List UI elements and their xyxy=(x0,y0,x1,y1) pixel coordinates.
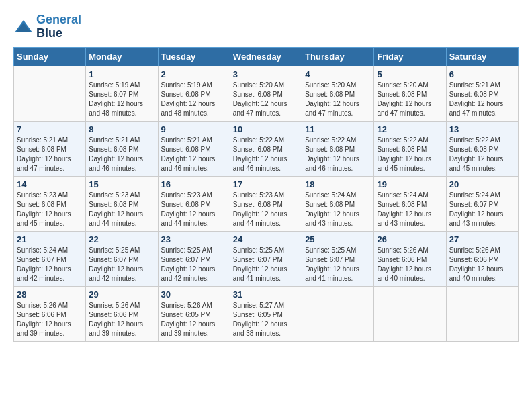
day-number: 9 xyxy=(161,124,227,134)
day-detail-line: Sunset: 6:06 PM xyxy=(377,256,427,263)
day-info: Sunrise: 5:25 AMSunset: 6:07 PMDaylight:… xyxy=(233,246,299,283)
day-number: 10 xyxy=(233,124,299,134)
day-cell xyxy=(446,286,518,341)
calendar-table: SundayMondayTuesdayWednesdayThursdayFrid… xyxy=(13,47,519,342)
day-detail-line: Sunrise: 5:24 AM xyxy=(305,191,356,199)
day-number: 12 xyxy=(377,124,443,134)
day-cell: 20Sunrise: 5:24 AMSunset: 6:07 PMDayligh… xyxy=(446,176,518,231)
day-number: 11 xyxy=(305,124,371,134)
day-detail-line: Sunset: 6:06 PM xyxy=(89,311,138,318)
day-detail-line: Daylight: 12 hours xyxy=(305,265,359,273)
day-detail-line: Sunset: 6:08 PM xyxy=(161,146,211,153)
day-detail-line: Daylight: 12 hours xyxy=(449,265,504,273)
day-detail-line: and 40 minutes. xyxy=(377,275,425,282)
day-detail-line: Sunset: 6:06 PM xyxy=(449,256,499,263)
week-row-3: 21Sunrise: 5:24 AMSunset: 6:07 PMDayligh… xyxy=(14,231,519,286)
week-row-2: 14Sunrise: 5:23 AMSunset: 6:08 PMDayligh… xyxy=(14,176,519,231)
day-info: Sunrise: 5:23 AMSunset: 6:08 PMDaylight:… xyxy=(233,191,299,228)
day-number: 22 xyxy=(89,234,154,244)
day-info: Sunrise: 5:22 AMSunset: 6:08 PMDaylight:… xyxy=(233,136,299,173)
day-number: 5 xyxy=(377,69,443,79)
day-cell: 19Sunrise: 5:24 AMSunset: 6:08 PMDayligh… xyxy=(374,176,446,231)
header-wednesday: Wednesday xyxy=(230,47,302,66)
logo: GeneralBlue xyxy=(13,13,81,40)
day-detail-line: Daylight: 12 hours xyxy=(17,210,71,218)
logo-text: GeneralBlue xyxy=(36,13,81,40)
day-detail-line: Daylight: 12 hours xyxy=(377,265,431,273)
day-detail-line: Sunset: 6:08 PM xyxy=(233,91,283,98)
day-detail-line: Sunrise: 5:23 AM xyxy=(17,191,68,199)
day-cell: 9Sunrise: 5:21 AMSunset: 6:08 PMDaylight… xyxy=(158,121,230,176)
day-info: Sunrise: 5:22 AMSunset: 6:08 PMDaylight:… xyxy=(377,136,443,173)
day-detail-line: and 39 minutes. xyxy=(17,330,64,337)
day-detail-line: Sunset: 6:08 PM xyxy=(305,146,355,153)
day-info: Sunrise: 5:23 AMSunset: 6:08 PMDaylight:… xyxy=(161,191,227,228)
day-detail-line: and 47 minutes. xyxy=(233,109,281,117)
day-info: Sunrise: 5:22 AMSunset: 6:08 PMDaylight:… xyxy=(305,136,371,173)
day-cell: 8Sunrise: 5:21 AMSunset: 6:08 PMDaylight… xyxy=(86,121,158,176)
day-detail-line: Daylight: 12 hours xyxy=(17,320,71,328)
day-detail-line: Sunrise: 5:20 AM xyxy=(233,81,284,89)
day-cell: 24Sunrise: 5:25 AMSunset: 6:07 PMDayligh… xyxy=(230,231,302,286)
day-detail-line: and 41 minutes. xyxy=(305,275,353,282)
day-detail-line: Sunset: 6:08 PM xyxy=(305,201,355,208)
day-detail-line: Daylight: 12 hours xyxy=(17,265,71,273)
page-header: GeneralBlue xyxy=(13,13,519,40)
day-detail-line: Sunrise: 5:22 AM xyxy=(305,136,356,144)
day-cell: 23Sunrise: 5:25 AMSunset: 6:07 PMDayligh… xyxy=(158,231,230,286)
day-detail-line: Daylight: 12 hours xyxy=(161,320,216,328)
day-number: 8 xyxy=(89,124,154,134)
day-detail-line: Sunset: 6:08 PM xyxy=(377,146,427,153)
day-info: Sunrise: 5:25 AMSunset: 6:07 PMDaylight:… xyxy=(305,246,371,283)
day-detail-line: Sunrise: 5:26 AM xyxy=(161,302,212,309)
day-cell: 13Sunrise: 5:22 AMSunset: 6:08 PMDayligh… xyxy=(446,121,518,176)
day-detail-line: Sunrise: 5:26 AM xyxy=(449,246,500,254)
day-detail-line: and 44 minutes. xyxy=(161,220,209,227)
day-detail-line: Daylight: 12 hours xyxy=(377,155,431,163)
day-detail-line: Sunrise: 5:26 AM xyxy=(377,246,428,254)
day-detail-line: and 46 minutes. xyxy=(233,165,281,172)
day-detail-line: Daylight: 12 hours xyxy=(161,155,216,163)
day-detail-line: Sunset: 6:07 PM xyxy=(449,201,499,208)
day-cell: 27Sunrise: 5:26 AMSunset: 6:06 PMDayligh… xyxy=(446,231,518,286)
day-detail-line: and 47 minutes. xyxy=(449,109,497,117)
day-detail-line: and 47 minutes. xyxy=(377,109,425,117)
day-detail-line: Daylight: 12 hours xyxy=(89,100,143,107)
day-detail-line: and 45 minutes. xyxy=(377,165,425,172)
day-detail-line: Sunset: 6:08 PM xyxy=(305,91,355,98)
day-info: Sunrise: 5:20 AMSunset: 6:08 PMDaylight:… xyxy=(305,81,371,118)
day-cell: 28Sunrise: 5:26 AMSunset: 6:06 PMDayligh… xyxy=(14,286,86,341)
day-number: 28 xyxy=(17,289,83,300)
day-detail-line: Sunrise: 5:22 AM xyxy=(233,136,284,144)
day-detail-line: and 41 minutes. xyxy=(233,275,281,282)
day-detail-line: Sunset: 6:05 PM xyxy=(161,311,211,318)
day-info: Sunrise: 5:21 AMSunset: 6:08 PMDaylight:… xyxy=(89,136,154,173)
day-detail-line: and 45 minutes. xyxy=(449,165,497,172)
day-detail-line: Daylight: 12 hours xyxy=(449,155,504,163)
day-detail-line: and 48 minutes. xyxy=(161,109,209,117)
day-cell: 26Sunrise: 5:26 AMSunset: 6:06 PMDayligh… xyxy=(374,231,446,286)
day-info: Sunrise: 5:22 AMSunset: 6:08 PMDaylight:… xyxy=(449,136,515,173)
day-detail-line: Sunset: 6:08 PM xyxy=(89,146,138,153)
day-number: 3 xyxy=(233,69,299,79)
day-detail-line: and 46 minutes. xyxy=(305,165,353,172)
day-cell: 10Sunrise: 5:22 AMSunset: 6:08 PMDayligh… xyxy=(230,121,302,176)
logo-icon xyxy=(13,19,34,35)
day-detail-line: Sunset: 6:07 PM xyxy=(89,91,138,98)
day-detail-line: Sunrise: 5:25 AM xyxy=(161,246,212,254)
day-number: 23 xyxy=(161,234,227,244)
day-info: Sunrise: 5:19 AMSunset: 6:08 PMDaylight:… xyxy=(161,81,227,118)
day-number: 15 xyxy=(89,179,154,189)
day-detail-line: and 39 minutes. xyxy=(89,330,136,337)
day-detail-line: Sunset: 6:07 PM xyxy=(161,256,211,263)
day-info: Sunrise: 5:27 AMSunset: 6:05 PMDaylight:… xyxy=(233,301,299,338)
day-cell: 14Sunrise: 5:23 AMSunset: 6:08 PMDayligh… xyxy=(14,176,86,231)
day-number: 19 xyxy=(377,179,443,189)
day-detail-line: Sunrise: 5:21 AM xyxy=(161,136,212,144)
week-row-1: 7Sunrise: 5:21 AMSunset: 6:08 PMDaylight… xyxy=(14,121,519,176)
day-detail-line: and 47 minutes. xyxy=(17,165,64,172)
day-info: Sunrise: 5:21 AMSunset: 6:08 PMDaylight:… xyxy=(449,81,515,118)
day-detail-line: Sunrise: 5:22 AM xyxy=(449,136,500,144)
day-number: 7 xyxy=(17,124,83,134)
day-number: 26 xyxy=(377,234,443,244)
